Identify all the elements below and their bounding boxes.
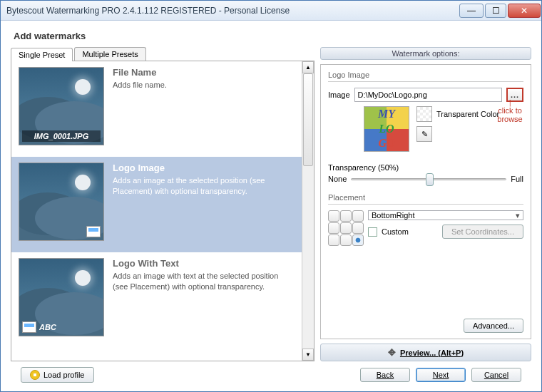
scroll-up-button[interactable]: ▲ (302, 61, 314, 73)
placement-select-value: BottomRight (372, 211, 415, 220)
placement-section-label: Placement (328, 193, 523, 202)
preview-label: Preview... (Alt+P) (400, 349, 464, 357)
window-title: Bytescout Watermarking PRO 2.4.1.112 REG… (6, 6, 459, 16)
preview-button[interactable]: ✥ Preview... (Alt+P) (320, 344, 531, 361)
preset-thumbnail: IMG_0001.JPG (19, 67, 104, 145)
transparency-row: None Full (328, 172, 523, 186)
placement-select[interactable]: BottomRight (368, 210, 523, 220)
placement-middle-center[interactable] (340, 222, 352, 234)
image-label: Image (328, 91, 350, 99)
window-controls: — ☐ ✕ (459, 4, 541, 18)
load-profile-label: Load profile (44, 371, 85, 379)
placement-top-left[interactable] (328, 210, 339, 222)
placement-bottom-right[interactable] (352, 234, 364, 246)
custom-label: Custom (382, 227, 409, 236)
right-column: Watermark options: Logo Image Image ... … (320, 47, 531, 361)
preset-text: Logo Image Adds an image at the selected… (113, 163, 295, 241)
preset-pane: IMG_0001.JPG File Name Adds file name. (11, 61, 315, 361)
move-icon: ✥ (388, 347, 396, 358)
preset-item-file-name[interactable]: IMG_0001.JPG File Name Adds file name. (11, 61, 302, 157)
preset-desc: Adds an image at the selected position (… (113, 175, 295, 197)
back-button[interactable]: Back (360, 368, 410, 382)
advanced-button[interactable]: Advanced... (464, 319, 523, 333)
placement-middle-right[interactable] (352, 222, 364, 234)
preset-title: File Name (113, 67, 295, 78)
placement-top-right[interactable] (352, 210, 364, 222)
color-picker-button[interactable]: ✎ (416, 126, 432, 142)
preset-text: File Name Adds file name. (113, 67, 295, 145)
close-button[interactable]: ✕ (508, 4, 541, 18)
transparency-max-label: Full (511, 175, 523, 183)
disk-icon (30, 370, 40, 380)
browse-annotation: ↑ click to browse (491, 99, 529, 123)
page-title: Add watermarks (14, 31, 531, 41)
app-window: Bytescout Watermarking PRO 2.4.1.112 REG… (0, 0, 542, 392)
tab-multiple-presets[interactable]: Multiple Presets (74, 47, 145, 61)
preset-desc: Adds an image with text at the selected … (113, 271, 295, 292)
placement-bottom-left[interactable] (328, 234, 339, 246)
transparent-color-label: Transparent Color (436, 110, 499, 118)
transparency-label: Transparency (50%) (328, 163, 523, 172)
image-text-icon: ABC (22, 321, 101, 333)
placement-grid (328, 210, 364, 246)
set-coordinates-button: Set Coordinates... (442, 225, 523, 239)
cancel-button[interactable]: Cancel (471, 368, 521, 382)
scroll-down-button[interactable]: ▼ (302, 349, 314, 361)
placement-row: BottomRight Custom Set Coordinates... (328, 210, 523, 246)
thumb-badge-text: ABC (39, 323, 56, 331)
image-icon (86, 226, 101, 237)
preset-title: Logo Image (113, 163, 295, 173)
scroll-thumb[interactable] (303, 73, 313, 166)
placement-middle-left[interactable] (328, 222, 339, 234)
transparent-color-swatch[interactable] (416, 106, 432, 122)
transparency-slider[interactable] (351, 172, 506, 186)
left-column: Single Preset Multiple Presets IMG_0001.… (11, 47, 315, 361)
options-body: Logo Image Image ... MY LO GO (320, 64, 531, 339)
thumb-caption: IMG_0001.JPG (22, 130, 101, 142)
scroll-track[interactable] (302, 73, 314, 349)
preset-scrollbar[interactable]: ▲ ▼ (302, 61, 314, 361)
placement-bottom-center[interactable] (340, 234, 352, 246)
load-profile-button[interactable]: Load profile (21, 367, 94, 383)
transparency-min-label: None (328, 175, 347, 183)
custom-checkbox[interactable] (368, 227, 377, 237)
arrow-up-icon: ↑ (491, 99, 529, 106)
logo-line-3: GO (364, 136, 409, 151)
preset-item-logo-image[interactable]: Logo Image Adds an image at the selected… (11, 157, 302, 252)
next-button[interactable]: Next (416, 368, 466, 382)
content-area: Add watermarks Single Preset Multiple Pr… (1, 21, 541, 391)
body-row: Single Preset Multiple Presets IMG_0001.… (11, 47, 531, 361)
tab-single-preset[interactable]: Single Preset (11, 48, 73, 61)
preset-item-logo-with-text[interactable]: ABC Logo With Text Adds an image with te… (11, 252, 302, 348)
logo-line-1: MY (364, 107, 409, 122)
image-path-input[interactable] (354, 88, 502, 102)
titlebar: Bytescout Watermarking PRO 2.4.1.112 REG… (1, 1, 541, 21)
options-header: Watermark options: (320, 47, 531, 60)
logo-preview: MY LO GO (364, 106, 409, 152)
preset-title: Logo With Text (113, 258, 295, 269)
annotation-text: click to browse (491, 106, 529, 123)
minimize-button[interactable]: — (459, 4, 484, 18)
placement-top-center[interactable] (340, 210, 352, 222)
preset-desc: Adds file name. (113, 80, 295, 91)
preset-text: Logo With Text Adds an image with text a… (113, 258, 295, 336)
eyedropper-icon: ✎ (421, 130, 428, 139)
preset-thumbnail (19, 163, 104, 241)
logo-image-section-label: Logo Image (328, 71, 523, 79)
preset-thumbnail: ABC (19, 258, 104, 336)
slider-thumb[interactable] (426, 173, 434, 186)
preset-list: IMG_0001.JPG File Name Adds file name. (11, 61, 302, 361)
logo-line-2: LO (364, 122, 409, 137)
footer: Load profile Back Next Cancel (11, 361, 531, 391)
maximize-button[interactable]: ☐ (485, 4, 506, 18)
preset-tabs: Single Preset Multiple Presets (11, 47, 315, 61)
